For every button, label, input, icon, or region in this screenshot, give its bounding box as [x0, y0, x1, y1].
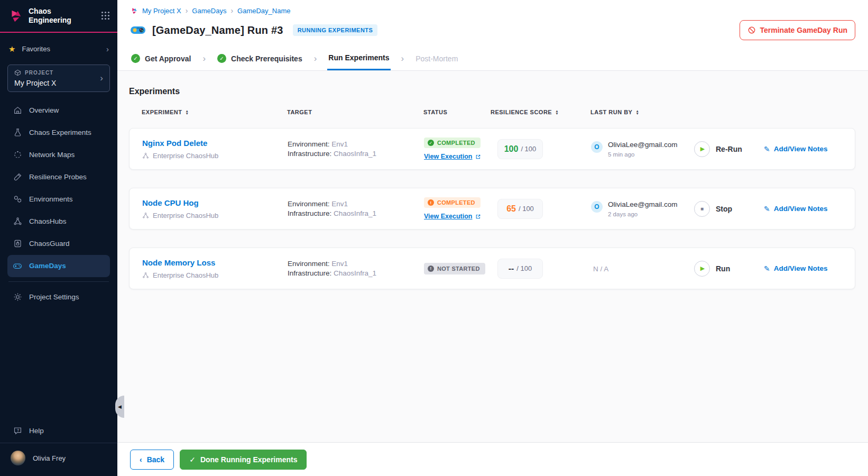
breadcrumb: My Project X › GameDays › GameDay_Name	[130, 6, 855, 15]
add-view-notes-link[interactable]: ✎ Add/View Notes	[764, 264, 842, 273]
step-get-approval[interactable]: ✓ Get Approval	[130, 47, 192, 70]
project-selector[interactable]: PROJECT My Project X ›	[7, 65, 110, 92]
check-icon: ✓	[189, 455, 196, 464]
prohibit-icon	[747, 26, 756, 34]
hub-icon	[13, 217, 22, 226]
sidebar-favorites[interactable]: ★ Favorites ›	[0, 39, 117, 59]
star-icon: ★	[8, 44, 15, 54]
sidebar-item-label: Environments	[29, 195, 73, 203]
step-run-experiments[interactable]: Run Experiments	[327, 47, 390, 70]
pencil-icon: ✎	[764, 264, 770, 273]
experiment-link[interactable]: Node CPU Hog	[142, 198, 199, 207]
action-cell: ▶ Run	[694, 261, 764, 277]
resilience-score: 100 / 100	[497, 139, 543, 159]
column-resilience-score[interactable]: RESILIENCE SCORE ▲▼	[491, 109, 590, 115]
sidebar-item-label: GameDays	[29, 262, 66, 270]
add-view-notes-link[interactable]: ✎ Add/View Notes	[764, 145, 842, 153]
breadcrumb-gameday-name[interactable]: GameDay_Name	[237, 7, 290, 15]
terminate-gameday-button[interactable]: Terminate GameDay Run	[740, 20, 855, 40]
step-label: Check Prerequisites	[231, 54, 302, 63]
experiment-hub: Enterprise ChaosHub	[153, 152, 218, 160]
sidebar-item-network-maps[interactable]: Network Maps	[7, 144, 110, 166]
rerun-button[interactable]: ▶ Re-Run	[694, 141, 742, 157]
column-experiment[interactable]: EXPERIMENT ▲▼	[142, 109, 287, 115]
breadcrumb-project[interactable]: My Project X	[142, 7, 181, 15]
status-pill: ✓ COMPLETED	[424, 138, 481, 148]
user-initial-avatar: O	[591, 201, 603, 213]
chaoshub-icon	[142, 272, 149, 279]
external-link-icon	[475, 154, 481, 160]
step-check-prerequisites[interactable]: ✓ Check Prerequisites	[216, 47, 303, 70]
sidebar-item-chaosguard[interactable]: ChaosGuard	[7, 233, 110, 255]
home-icon	[13, 106, 22, 115]
play-icon: ▶	[694, 141, 710, 157]
experiment-hub: Enterprise ChaosHub	[153, 212, 218, 219]
step-label: Run Experiments	[328, 53, 389, 62]
last-run-time: 5 min ago	[608, 151, 678, 158]
sidebar-item-project-settings[interactable]: Project Settings	[0, 286, 117, 308]
sort-icon[interactable]: ▲▼	[186, 109, 189, 115]
sort-icon[interactable]: ▲▼	[635, 109, 639, 115]
target-cell: Environment: Env1 Infrastructure: ChaosI…	[288, 139, 424, 159]
table-header: EXPERIMENT ▲▼ TARGET STATUS RESILIENCE S…	[129, 109, 855, 115]
check-circle-icon: ✓	[217, 54, 226, 63]
chevron-right-icon: ›	[401, 47, 404, 70]
check-circle-icon: ✓	[428, 140, 434, 146]
environments-icon	[13, 195, 22, 204]
help-button[interactable]: ? Help	[0, 419, 117, 443]
status-badge: RUNNING EXPERIMENTS	[293, 24, 378, 36]
resilience-score: 65 / 100	[497, 199, 543, 219]
sidebar-item-overview[interactable]: Overview	[7, 99, 110, 122]
section-title: Experiments	[129, 87, 855, 96]
sidebar-item-chaoshubs[interactable]: ChaosHubs	[7, 210, 110, 233]
svg-text:?: ?	[16, 428, 19, 433]
done-running-experiments-button[interactable]: ✓ Done Running Experiments	[180, 450, 307, 470]
status-cell: ✓ COMPLETED View Execution	[424, 138, 491, 160]
lock-icon	[13, 239, 22, 249]
project-label: PROJECT	[25, 70, 53, 76]
status-pill: ! COMPLETED	[424, 197, 481, 208]
sidebar-item-label: ChaosGuard	[29, 240, 70, 248]
sidebar-header: Chaos Engineering	[0, 0, 117, 33]
view-execution-link[interactable]: View Execution	[424, 153, 491, 160]
chaos-logo-small-icon	[130, 7, 138, 15]
column-status: STATUS	[423, 109, 491, 115]
user-profile[interactable]: Olivia Frey	[0, 443, 117, 476]
sidebar-item-environments[interactable]: Environments	[7, 188, 110, 210]
network-map-icon	[13, 150, 22, 160]
experiment-link[interactable]: Node Memory Loss	[142, 258, 215, 267]
sidebar-item-gamedays[interactable]: GameDays	[7, 255, 110, 277]
chevron-right-icon: ›	[314, 47, 317, 70]
sidebar-item-resilience-probes[interactable]: Resilience Probes	[7, 166, 110, 188]
sidebar-item-label: ChaosHubs	[29, 217, 67, 225]
table-row: Node Memory Loss Enterprise ChaosHub Env…	[129, 248, 855, 289]
target-cell: Environment: Env1 Infrastructure: ChaosI…	[288, 258, 424, 279]
stepper: ✓ Get Approval › ✓ Check Prerequisites ›…	[117, 47, 868, 71]
project-settings-label: Project Settings	[29, 293, 79, 301]
step-post-mortem[interactable]: Post-Mortem	[414, 47, 459, 70]
status-pill: ! NOT STARTED	[424, 263, 485, 274]
sidebar: Chaos Engineering ★ Favorites ›	[0, 0, 117, 476]
last-run-time: 2 days ago	[608, 211, 678, 217]
pencil-icon: ✎	[764, 205, 770, 213]
experiment-link[interactable]: Nginx Pod Delete	[142, 139, 207, 148]
back-button[interactable]: ‹ Back	[130, 450, 174, 470]
sidebar-item-label: Resilience Probes	[29, 173, 87, 181]
breadcrumb-gamedays[interactable]: GameDays	[192, 7, 226, 15]
sort-icon[interactable]: ▲▼	[555, 109, 559, 115]
collapse-icon: ◀	[118, 404, 122, 409]
chevron-right-icon: ›	[106, 44, 109, 53]
view-execution-link[interactable]: View Execution	[424, 213, 491, 220]
notes-cell: ✎ Add/View Notes	[764, 145, 842, 153]
app-switcher-icon[interactable]	[101, 11, 110, 20]
table-row: Nginx Pod Delete Enterprise ChaosHub Env…	[129, 128, 855, 170]
gamepad-title-icon	[130, 24, 146, 36]
column-last-run-by[interactable]: LAST RUN BY ▲▼	[590, 109, 694, 115]
user-name: Olivia Frey	[33, 454, 66, 462]
add-view-notes-link[interactable]: ✎ Add/View Notes	[764, 205, 842, 213]
brand-title: Chaos Engineering	[29, 7, 79, 25]
sidebar-item-chaos-experiments[interactable]: Chaos Experiments	[7, 122, 110, 144]
run-button[interactable]: ▶ Run	[694, 261, 730, 277]
stop-button[interactable]: ■ Stop	[694, 201, 732, 217]
sidebar-item-label: Network Maps	[29, 151, 75, 159]
